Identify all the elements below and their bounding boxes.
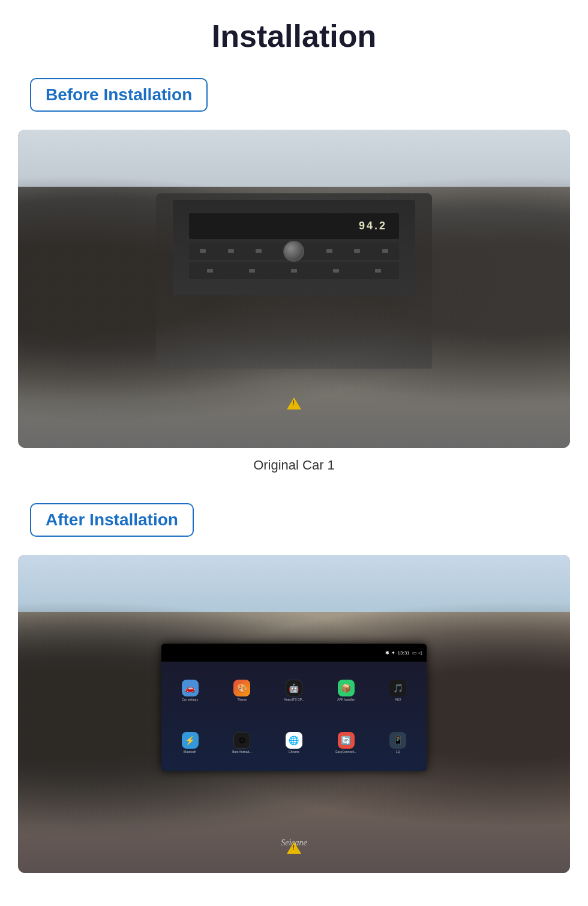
app-easyconnect[interactable]: 🔄 EasyConnecti... xyxy=(321,717,371,767)
app-icon-lq-img: 📱 xyxy=(389,732,406,749)
android-status-bar: ✱ ✦ 13:31 ▭ ◁ xyxy=(161,644,427,662)
app-aux-label: AUX xyxy=(395,698,401,701)
status-time: 13:31 xyxy=(398,650,410,656)
app-icon-bluetooth-img: ⚡ xyxy=(182,732,199,749)
app-icon-androits-img: 🤖 xyxy=(286,680,302,696)
radio-display-text: 94.2 xyxy=(359,220,387,232)
app-lq[interactable]: 📱 LQ xyxy=(373,717,423,767)
warning-triangle-after xyxy=(287,842,301,854)
app-icon-car-settings-img: 🚗 xyxy=(182,680,199,696)
app-icon-easy-img: 🔄 xyxy=(338,732,355,749)
app-boot-label: Boot Animati... xyxy=(232,750,251,753)
app-theme-label: Theme xyxy=(237,698,247,701)
app-chrome[interactable]: 🌐 Chrome xyxy=(269,717,319,767)
before-image-caption: Original Car 1 xyxy=(253,458,335,473)
app-icon-chrome-img: 🌐 xyxy=(286,732,302,749)
warning-triangle-before xyxy=(287,397,301,409)
app-theme[interactable]: 🎨 Theme xyxy=(217,665,267,715)
app-lq-label: LQ xyxy=(396,750,400,753)
app-boot-animation[interactable]: ⚙ Boot Animati... xyxy=(217,717,267,767)
app-car-settings-label: Car settings xyxy=(182,698,198,701)
app-apk-label: APK Installer xyxy=(337,698,355,701)
after-installation-image: ✱ ✦ 13:31 ▭ ◁ 🚗 Car settings 🎨 Theme 🤖 A… xyxy=(18,555,570,873)
app-androits[interactable]: 🤖 AndroITS GP... xyxy=(269,665,319,715)
android-app-grid: 🚗 Car settings 🎨 Theme 🤖 AndroITS GP... … xyxy=(161,662,427,771)
app-bluetooth[interactable]: ⚡ Bluetooth xyxy=(165,717,215,767)
app-icon-theme-img: 🎨 xyxy=(233,680,250,696)
app-androits-label: AndroITS GP... xyxy=(284,698,304,701)
before-installation-badge: Before Installation xyxy=(30,78,208,112)
before-installation-image: 94.2 xyxy=(18,130,570,448)
app-icon-aux-img: 🎵 xyxy=(389,680,406,696)
app-bluetooth-label: Bluetooth xyxy=(184,750,196,753)
status-icons: ✱ ✦ xyxy=(385,650,395,656)
app-icon-boot-img: ⚙ xyxy=(233,732,250,749)
app-easyconnect-label: EasyConnecti... xyxy=(335,750,356,753)
page-title: Installation xyxy=(12,18,576,54)
app-aux[interactable]: 🎵 AUX xyxy=(373,665,423,715)
app-chrome-label: Chrome xyxy=(289,750,299,753)
app-apk-installer[interactable]: 📦 APK Installer xyxy=(321,665,371,715)
after-installation-badge: After Installation xyxy=(30,503,194,537)
status-battery: ▭ ◁ xyxy=(412,650,422,656)
app-icon-apk-img: 📦 xyxy=(338,680,355,696)
app-car-settings[interactable]: 🚗 Car settings xyxy=(165,665,215,715)
android-screen: ✱ ✦ 13:31 ▭ ◁ 🚗 Car settings 🎨 Theme 🤖 A… xyxy=(161,644,427,771)
